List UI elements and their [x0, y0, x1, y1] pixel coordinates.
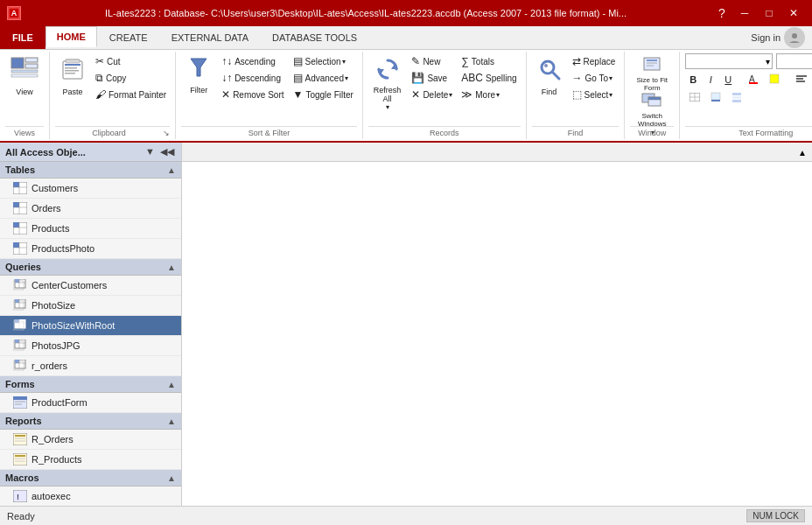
find-group-items: Find ⇄ Replace → Go To ▾ ⬚ Select ▾	[532, 53, 620, 124]
cut-icon: ✂	[95, 55, 104, 67]
nav-item-photos-jpg[interactable]: PhotosJPG	[0, 336, 181, 356]
refresh-all-button[interactable]: Refresh All ▾	[368, 53, 407, 109]
ruler-collapse-btn[interactable]: ▲	[793, 143, 812, 162]
nav-item-photo-size-with-root[interactable]: PhotoSizeWithRoot	[0, 316, 181, 336]
nav-item-r-orders[interactable]: r_orders	[0, 356, 181, 376]
tf-row1: ▾ ▾	[685, 53, 812, 69]
switch-windows-button[interactable]: Switch Windows ▾	[630, 89, 674, 124]
nav-item-orders[interactable]: Orders	[0, 199, 181, 219]
r-orders-query-icon	[12, 359, 28, 373]
spelling-button[interactable]: ABC Spelling	[458, 70, 520, 86]
nav-item-r-orders-report[interactable]: R_Orders	[0, 430, 181, 450]
nav-menu-btn[interactable]: ▼	[144, 146, 157, 158]
tab-home[interactable]: HOME	[46, 26, 97, 47]
bold-button[interactable]: B	[685, 73, 701, 87]
italic-button[interactable]: I	[703, 73, 718, 87]
highlight-button[interactable]	[765, 72, 784, 88]
copy-button[interactable]: ⧉ Copy	[92, 70, 170, 86]
tf-row3	[685, 90, 746, 106]
r-orders-label: r_orders	[32, 360, 67, 371]
products-label: Products	[32, 223, 69, 234]
products-photo-table-icon	[12, 242, 28, 256]
totals-button[interactable]: ∑ Totals	[458, 53, 520, 69]
filter-button[interactable]: Filter	[181, 53, 216, 109]
maximize-button[interactable]: □	[758, 4, 780, 23]
delete-icon: ✕	[411, 88, 420, 101]
tab-external-data[interactable]: EXTERNAL DATA	[160, 26, 260, 47]
nav-item-product-form[interactable]: ProductForm	[0, 393, 181, 413]
minimize-button[interactable]: ─	[733, 4, 756, 23]
more-label: More	[475, 90, 495, 100]
remove-sort-button[interactable]: ✕ Remove Sort	[218, 87, 287, 102]
ascending-button[interactable]: ↑↓ Ascending	[218, 53, 287, 69]
view-button[interactable]: View	[5, 53, 44, 100]
font-color-button[interactable]: A	[744, 72, 763, 88]
save-button[interactable]: 💾 Save	[408, 70, 456, 86]
tab-file[interactable]: FILE	[0, 26, 46, 49]
ribbon-group-sort-filter: Filter ↑↓ Ascending ↓↑ Descending ✕ Remo…	[176, 52, 363, 139]
format-painter-label: Format Painter	[108, 90, 166, 100]
tables-collapse-icon: ▲	[167, 165, 176, 175]
gridlines-button[interactable]	[685, 91, 704, 105]
svg-line-19	[552, 72, 559, 79]
delete-button[interactable]: ✕ Delete ▾	[408, 87, 456, 102]
nav-item-products-photo[interactable]: ProductsPhoto	[0, 239, 181, 259]
descending-button[interactable]: ↓↑ Descending	[218, 70, 287, 86]
window-col: Size to Fit Form Switch Windows ▾	[630, 53, 674, 124]
underline-button[interactable]: U	[720, 73, 736, 87]
nav-scroll[interactable]: Tables ▲ Customers	[0, 162, 181, 521]
more-button[interactable]: ≫ More ▾	[458, 87, 520, 102]
find-button[interactable]: Find	[532, 53, 567, 100]
background-color-button[interactable]	[706, 90, 725, 106]
font-name-combo[interactable]: ▾	[685, 53, 773, 69]
format-painter-button[interactable]: 🖌 Format Painter	[92, 87, 170, 102]
selection-button[interactable]: ▤ Selection ▾	[290, 53, 357, 69]
replace-icon: ⇄	[572, 55, 581, 67]
replace-button[interactable]: ⇄ Replace	[569, 53, 620, 69]
goto-button[interactable]: → Go To ▾	[569, 70, 620, 86]
nav-item-products[interactable]: Products	[0, 219, 181, 239]
nav-item-customers[interactable]: Customers	[0, 178, 181, 199]
ribbon-group-text-formatting: ▾ ▾ B I U A	[680, 52, 812, 139]
select-button[interactable]: ⬚ Select ▾	[569, 87, 620, 102]
alternate-row-button[interactable]	[727, 90, 746, 106]
nav-item-center-customers[interactable]: CenterCustomers	[0, 276, 181, 296]
window-controls: ─ □ ✕	[733, 4, 805, 23]
font-size-combo[interactable]: ▾	[776, 53, 812, 69]
advanced-label: Advanced	[305, 74, 344, 83]
nav-header-btns: ▼ ◀◀	[144, 146, 176, 158]
queries-section-header[interactable]: Queries ▲	[0, 259, 181, 276]
totals-icon: ∑	[461, 55, 469, 67]
advanced-icon: ▤	[293, 72, 303, 84]
clipboard-expand-icon[interactable]: ↘	[163, 129, 170, 137]
records-col1: Refresh All ▾	[368, 53, 407, 109]
forms-label: Forms	[5, 379, 35, 389]
sign-in-area[interactable]: Sign in	[751, 26, 812, 49]
nav-item-autoexec[interactable]: ! autoexec	[0, 486, 181, 507]
macros-section-header[interactable]: Macros ▲	[0, 470, 181, 486]
tab-create[interactable]: CREATE	[98, 26, 159, 47]
goto-icon: →	[572, 72, 583, 84]
cut-button[interactable]: ✂ Cut	[92, 53, 170, 69]
help-button[interactable]: ?	[710, 4, 733, 23]
advanced-button[interactable]: ▤ Advanced ▾	[290, 70, 357, 86]
remove-sort-icon: ✕	[221, 88, 230, 101]
nav-collapse-btn[interactable]: ◀◀	[158, 146, 176, 158]
paste-button[interactable]: Paste	[55, 53, 90, 100]
svg-rect-101	[13, 490, 27, 502]
new-button[interactable]: ✎ New	[408, 53, 456, 69]
close-button[interactable]: ✕	[782, 4, 805, 23]
nav-item-r-products-report[interactable]: R_Products	[0, 450, 181, 470]
toggle-filter-button[interactable]: ▼ Toggle Filter	[290, 87, 357, 102]
size-to-fit-button[interactable]: Size to Fit Form	[630, 53, 674, 88]
tab-database-tools[interactable]: DATABASE TOOLS	[261, 26, 368, 47]
toggle-filter-label: Toggle Filter	[305, 90, 353, 100]
reports-section-header[interactable]: Reports ▲	[0, 413, 181, 430]
svg-rect-5	[25, 64, 38, 68]
selection-label: Selection	[305, 57, 341, 66]
forms-section-header[interactable]: Forms ▲	[0, 376, 181, 393]
tables-section-header[interactable]: Tables ▲	[0, 162, 181, 178]
font-name-arrow: ▾	[766, 57, 770, 66]
nav-item-photo-size[interactable]: PhotoSize	[0, 296, 181, 316]
align-left-button[interactable]	[792, 73, 811, 87]
